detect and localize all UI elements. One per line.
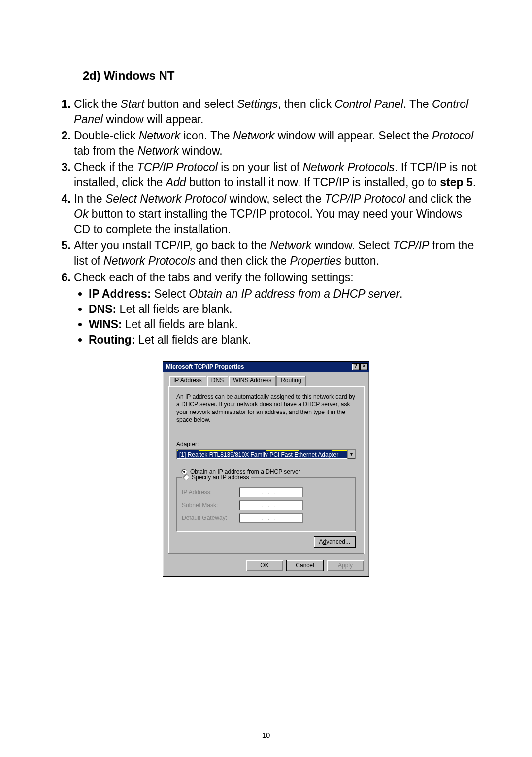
instruction-list: Click the Start button and select Settin… bbox=[54, 97, 478, 347]
panel-description: An IP address can be automatically assig… bbox=[176, 393, 356, 424]
section-heading: 2d) Windows NT bbox=[83, 69, 478, 83]
tab-ip-address[interactable]: IP Address bbox=[169, 376, 206, 386]
adapter-label: Adapter: bbox=[176, 441, 356, 447]
ip-address-input[interactable]: ... bbox=[239, 487, 303, 497]
chevron-down-icon[interactable]: ▼ bbox=[347, 450, 355, 459]
close-icon[interactable]: × bbox=[360, 363, 368, 370]
ok-button[interactable]: OK bbox=[246, 560, 283, 571]
specify-ip-group: Specify an IP address IP Address: ... Su… bbox=[176, 477, 356, 531]
titlebar: Microsoft TCP/IP Properties ? × bbox=[163, 362, 369, 372]
step-5: After you install TCP/IP, go back to the… bbox=[74, 238, 478, 269]
default-gateway-input[interactable]: ... bbox=[239, 513, 303, 523]
ip-address-label: IP Address: bbox=[182, 489, 236, 496]
step-3: Check if the TCP/IP Protocol is on your … bbox=[74, 160, 478, 190]
adapter-select[interactable]: [1] Realtek RTL8139/810X Family PCI Fast… bbox=[176, 449, 356, 459]
settings-bullets: IP Address: Select Obtain an IP address … bbox=[74, 286, 478, 347]
apply-button[interactable]: Apply bbox=[327, 560, 364, 571]
subnet-mask-input[interactable]: ... bbox=[239, 500, 303, 510]
default-gateway-label: Default Gateway: bbox=[182, 515, 236, 521]
adapter-value: [1] Realtek RTL8139/810X Family PCI Fast… bbox=[177, 450, 347, 458]
cancel-button[interactable]: Cancel bbox=[286, 560, 324, 571]
radio-icon bbox=[183, 474, 189, 480]
radio-specify-ip[interactable]: Specify an IP address bbox=[182, 474, 251, 481]
step-1: Click the Start button and select Settin… bbox=[74, 97, 478, 127]
page-number: 10 bbox=[0, 731, 532, 739]
tab-routing[interactable]: Routing bbox=[276, 376, 305, 386]
help-icon[interactable]: ? bbox=[352, 363, 360, 370]
subnet-mask-label: Subnet Mask: bbox=[182, 502, 236, 509]
tab-panel: An IP address can be automatically assig… bbox=[168, 386, 364, 554]
step-4: In the Select Network Protocol window, s… bbox=[74, 191, 478, 237]
step-6: Check each of the tabs and verify the fo… bbox=[74, 270, 478, 347]
radio-label: Specify an IP address bbox=[192, 474, 249, 481]
advanced-button[interactable]: Advanced... bbox=[314, 536, 356, 548]
tcpip-properties-dialog: Microsoft TCP/IP Properties ? × IP Addre… bbox=[163, 361, 369, 577]
step-2: Double-click Network icon. The Network w… bbox=[74, 128, 478, 159]
dialog-title: Microsoft TCP/IP Properties bbox=[166, 363, 244, 370]
tab-dns[interactable]: DNS bbox=[207, 376, 228, 386]
tabstrip: IP Address DNS WINS Address Routing bbox=[163, 372, 369, 386]
tab-wins-address[interactable]: WINS Address bbox=[229, 376, 276, 386]
